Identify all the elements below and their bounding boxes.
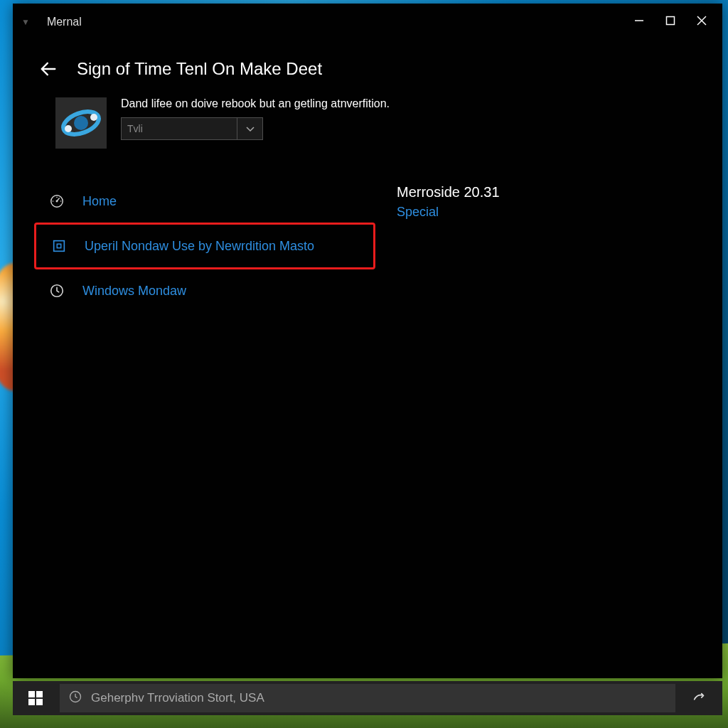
svg-point-10 <box>53 200 54 202</box>
side-link[interactable]: Special <box>397 205 701 220</box>
taskbar: Geherphv Trroviation Stort, USA <box>13 681 722 715</box>
svg-rect-16 <box>28 691 35 697</box>
side-heading: Merroside 20.31 <box>397 184 701 200</box>
app-name: Mernal <box>47 16 82 28</box>
info-row: Dand lifee on doive rebook but an getlin… <box>13 90 722 170</box>
svg-rect-17 <box>36 691 43 697</box>
nav-item-label: Uperil Nondaw Use by Newrdition Masto <box>85 239 314 254</box>
svg-point-11 <box>60 200 62 202</box>
dropdown-chevron-icon[interactable] <box>237 117 263 140</box>
close-button[interactable] <box>697 16 707 28</box>
body-row: Home Uperil Nondaw Use by Newrdition Mas… <box>13 170 722 322</box>
info-description: Dand lifee on doive rebook but an getlin… <box>121 97 701 110</box>
titlebar: ▼ Mernal <box>13 4 722 41</box>
svg-point-6 <box>65 125 72 132</box>
svg-point-12 <box>56 197 58 198</box>
maximize-button[interactable] <box>665 16 675 28</box>
square-icon <box>50 237 68 255</box>
svg-rect-18 <box>28 699 35 705</box>
taskbar-share-icon[interactable] <box>684 682 715 714</box>
minimize-button[interactable] <box>634 16 644 28</box>
nav-column: Home Uperil Nondaw Use by Newrdition Mas… <box>34 184 375 308</box>
nav-item-uperil[interactable]: Uperil Nondaw Use by Newrdition Masto <box>34 223 375 269</box>
svg-rect-13 <box>54 241 65 252</box>
search-clock-icon <box>68 690 82 707</box>
app-logo <box>55 97 107 149</box>
header-row: Sign of Time Tenl On Make Deet <box>13 41 722 90</box>
svg-rect-14 <box>57 244 61 248</box>
app-window: ▼ Mernal Sign of Time Tenl On Make Deet <box>13 4 722 678</box>
back-button[interactable] <box>34 55 63 83</box>
titlebar-chevron-icon[interactable]: ▼ <box>21 17 30 27</box>
clock-icon <box>48 282 65 299</box>
search-placeholder: Geherphv Trroviation Stort, USA <box>91 691 264 705</box>
nav-item-label: Home <box>82 194 117 209</box>
nav-item-home[interactable]: Home <box>34 184 375 218</box>
gauge-icon <box>48 193 65 210</box>
svg-point-7 <box>90 114 97 121</box>
start-button[interactable] <box>20 682 51 714</box>
dropdown-field[interactable]: Tvli <box>121 117 237 140</box>
svg-rect-19 <box>36 699 43 705</box>
svg-rect-1 <box>667 17 675 25</box>
nav-item-windows-mondaw[interactable]: Windows Mondaw <box>34 274 375 308</box>
window-controls <box>634 16 714 28</box>
info-dropdown[interactable]: Tvli <box>121 117 701 140</box>
page-title: Sign of Time Tenl On Make Deet <box>77 59 322 79</box>
info-text: Dand lifee on doive rebook but an getlin… <box>121 97 701 140</box>
side-column: Merroside 20.31 Special <box>375 184 701 308</box>
svg-point-5 <box>74 116 88 130</box>
taskbar-search[interactable]: Geherphv Trroviation Stort, USA <box>60 684 675 712</box>
svg-point-9 <box>56 200 58 203</box>
nav-item-label: Windows Mondaw <box>82 284 186 299</box>
